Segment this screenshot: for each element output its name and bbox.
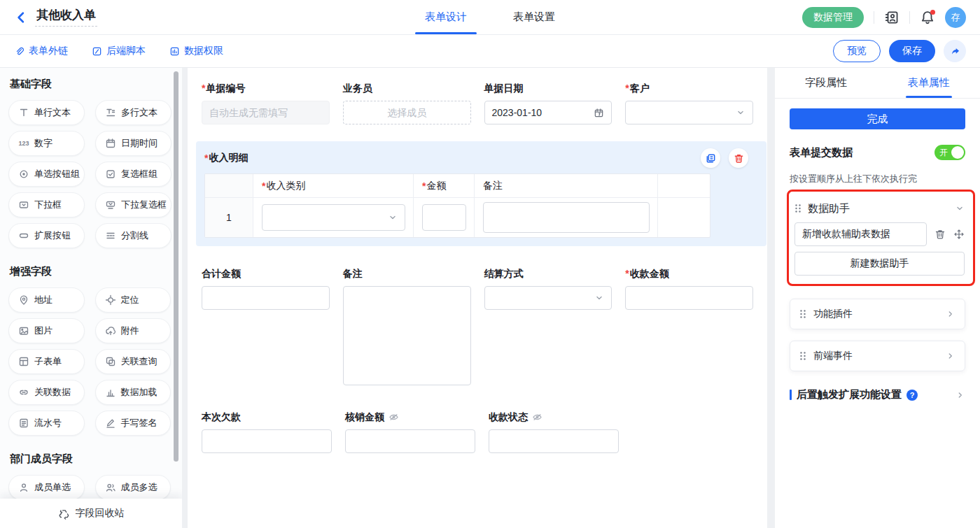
row-remark-input[interactable] [483,202,650,233]
sidebar-item-locate[interactable]: 定位 [95,287,172,313]
income-type-select[interactable] [262,204,405,231]
field-recycle-bin[interactable]: 字段回收站 [0,499,182,528]
sidebar-item-checkbox-group[interactable]: 复选框组 [95,162,172,187]
sidebar-item-radio-group[interactable]: 单选按钮组 [8,162,85,187]
save-button[interactable]: 保存 [889,40,935,62]
sidebar-item-datetime[interactable]: 日期时间 [95,131,172,156]
sidebar-item-serial-number[interactable]: 流水号 [8,411,85,436]
data-assistant-header[interactable]: 数据助手 [794,197,965,220]
remark-textarea[interactable] [343,286,471,385]
field-current-debt[interactable]: 本次欠款 [202,411,332,453]
chevron-down-icon[interactable] [955,204,965,213]
writeoff-amount-input[interactable] [345,429,475,453]
customer-select[interactable] [625,101,753,124]
receipt-status-input[interactable] [489,429,619,453]
back-icon[interactable] [14,10,28,24]
form-external-link[interactable]: 表单外链 [14,45,68,57]
field-total-amount[interactable]: 合计金额 [202,267,330,385]
column-header-amount: *金额 [413,174,474,197]
drag-handle-icon[interactable] [799,309,806,319]
recycle-icon [58,508,70,520]
detail-table: *收入类别 *金额 备注 1 [204,173,710,238]
sidebar-item-member-single[interactable]: 成员单选 [8,475,85,500]
settle-method-select[interactable] [484,286,612,310]
sidebar-item-single-line-text[interactable]: 单行文本 [8,100,85,125]
submit-data-toggle[interactable]: 开 [934,145,965,160]
done-button[interactable]: 完成 [790,108,965,129]
sidebar-item-data-load[interactable]: 数据加载 [95,380,172,405]
post-trigger-settings-row[interactable]: 后置触发扩展功能设置 ? [790,388,965,401]
preview-button[interactable]: 预览 [833,40,881,62]
backend-script-link[interactable]: 后端脚本 [92,45,146,57]
sidebar-item-dropdown-multi[interactable]: 下拉复选框 [95,192,172,217]
field-label: *客户 [625,82,753,94]
delete-assistant-icon[interactable] [934,229,946,240]
sidebar-item-address[interactable]: 地址 [8,287,85,313]
frontend-event-card[interactable]: 前端事件 [790,341,965,371]
data-permission-link[interactable]: 数据权限 [169,45,223,57]
new-data-assistant-button[interactable]: 新建数据助手 [794,252,965,276]
sidebar-item-signature[interactable]: 手写签名 [95,411,172,436]
income-detail-section[interactable]: *收入明细 *收入类别 *金额 备注 [196,141,766,246]
page-title[interactable]: 其他收入单 [35,8,97,27]
field-receipt-status[interactable]: 收款状态 [489,411,619,453]
contacts-icon[interactable] [884,10,899,25]
field-receipt-amount[interactable]: *收款金额 [625,267,753,385]
sidebar-item-dropdown[interactable]: 下拉框 [8,192,85,217]
help-icon[interactable]: ? [906,390,918,401]
detail-section-label: *收入明细 [204,152,248,164]
eye-off-icon [388,412,399,422]
field-writeoff-amount[interactable]: 核销金额 [345,411,475,453]
avatar[interactable]: 存 [945,7,966,28]
execution-order-hint: 按设置顺序从上往下依次执行完 [790,173,965,185]
sidebar-item-divider-line[interactable]: 分割线 [95,223,172,248]
salesman-member-picker[interactable] [343,101,471,124]
sidebar-item-member-multi[interactable]: 成员多选 [95,475,172,500]
submit-data-label: 表单提交数据 [790,146,853,159]
field-customer[interactable]: *客户 [625,82,753,124]
form-designer-window: 其他收入单 表单设计 表单设置 数据管理 存 [0,0,980,528]
sidebar-item-number[interactable]: 123 数字 [8,131,85,156]
detail-table-header: *收入类别 *金额 备注 [205,174,710,198]
delete-section-button[interactable] [729,148,748,168]
share-button[interactable] [944,40,966,62]
field-remark[interactable]: 备注 [343,267,471,385]
cloud-upload-icon [105,325,116,336]
sidebar-item-attachment[interactable]: 附件 [95,318,172,343]
sidebar-item-related-query[interactable]: 关联查询 [95,349,172,374]
receipt-amount-input[interactable] [625,286,753,310]
sidebar-item-extend-button[interactable]: 扩展按钮 [8,223,85,248]
tab-form-properties[interactable]: 表单属性 [878,68,980,98]
sidebar-item-related-data[interactable]: 关联数据 [8,380,85,405]
notification-bell-icon[interactable] [920,10,935,25]
toggle-on-label: 开 [939,147,948,159]
move-assistant-icon[interactable] [953,229,965,240]
duplicate-section-button[interactable] [701,148,720,168]
sidebar-item-multi-line-text[interactable]: 多行文本 [95,100,172,125]
sidebar-item-subform[interactable]: 子表单 [8,349,85,374]
field-doc-date[interactable]: 单据日期 2023-01-10 [484,82,612,124]
doc-date-input[interactable]: 2023-01-10 [484,101,612,124]
field-library-sidebar: 基础字段 单行文本 多行文本 123 数字 [0,68,182,528]
plugin-card[interactable]: 功能插件 [790,299,965,329]
drag-handle-icon[interactable] [794,204,802,213]
field-doc-no[interactable]: *单据编号 [202,82,330,124]
tab-field-properties[interactable]: 字段属性 [775,68,878,98]
field-settle-method[interactable]: 结算方式 [484,267,612,385]
current-debt-input[interactable] [202,429,332,453]
sidebar-item-image[interactable]: 图片 [8,318,85,343]
tab-form-design[interactable]: 表单设计 [421,0,471,34]
sidebar-scrollbar[interactable] [174,71,178,462]
data-assistant-item[interactable]: 新增收款辅助表数据 [794,222,927,246]
amount-input[interactable] [422,204,466,231]
multi-line-text-icon [105,107,116,118]
people-icon [105,482,116,493]
drag-handle-icon[interactable] [799,351,806,361]
doc-no-input[interactable] [202,101,330,124]
radio-icon [18,169,29,180]
field-salesman[interactable]: 业务员 [343,82,471,124]
total-amount-input[interactable] [202,286,330,310]
data-manage-button[interactable]: 数据管理 [802,7,864,28]
tab-form-settings[interactable]: 表单设置 [509,0,559,34]
form-toolbar: 表单外链 后端脚本 数据权限 预览 保存 [0,35,980,68]
